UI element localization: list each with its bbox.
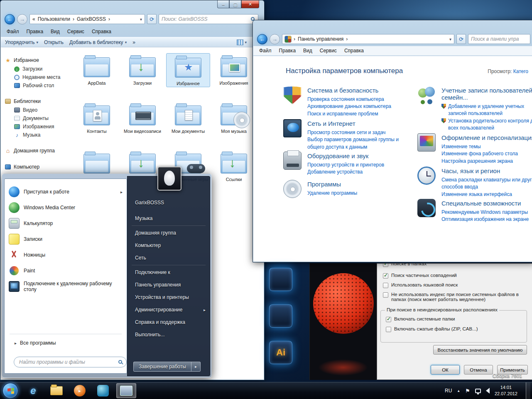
file-item-documents[interactable]: Мои документы [166,101,210,135]
sidebar-item-recent-places[interactable]: Недавние места [1,73,70,81]
option-include-compressed[interactable]: Включать сжатые файлы (ZIP, CAB...) [386,326,523,332]
clock-icon[interactable] [417,166,436,185]
file-item-contacts[interactable]: Контакты [75,101,119,135]
minimize-button[interactable]: – [217,0,229,8]
start-item-music[interactable]: Музыка [127,212,210,225]
back-button[interactable]: ← [5,14,15,24]
start-item-rdp[interactable]: Подключение к удаленному рабочему столу [5,279,127,294]
menu-edit[interactable]: Правка [27,29,44,34]
sidebar-item-downloads[interactable]: ↓ Загрузки [1,65,70,73]
shutdown-button[interactable]: Завершение работы [133,362,191,372]
category-link[interactable]: Изменение языка интерфейса [441,191,532,198]
display-icon[interactable] [417,133,436,152]
category-link[interactable]: Изменение темы [441,143,532,150]
file-item-folder[interactable] [75,149,119,174]
category-title[interactable]: Учетные записи пользователей и семейн... [441,87,532,101]
start-item-sticky-notes[interactable]: Записки [5,231,127,247]
taskbar-internet-explorer[interactable]: e [23,383,43,398]
all-programs-button[interactable]: ▸ Все программы [9,338,62,348]
breadcrumb-dropdown-icon[interactable]: ▾ [449,37,451,42]
category-link[interactable]: Удаление программы [307,190,412,197]
close-button[interactable]: ✕ [241,0,259,8]
breadcrumb-dropdown-icon[interactable]: ▾ [140,17,142,22]
back-button[interactable]: ← [257,34,267,44]
category-title[interactable]: Система и безопасность [307,87,412,94]
sidebar-item-pictures[interactable]: Изображения [1,122,70,131]
view-selector[interactable]: Просмотр: Катего [488,69,528,74]
restore-defaults-button[interactable]: Восстановить значения по умолчанию [433,345,527,355]
start-item-run[interactable]: Выполнить... [127,328,210,341]
action-center-flag-icon[interactable]: ⚑ [465,388,470,394]
change-view-button[interactable]: ▾ [237,39,247,45]
menu-help[interactable]: Справка [92,29,111,34]
menu-help[interactable]: Справка [344,48,364,54]
cp-search-input[interactable] [468,34,530,44]
start-item-media-center[interactable]: Windows Media Center [5,200,127,215]
start-item-network[interactable]: Сеть [127,252,210,264]
sidebar-computer[interactable]: Компьютер [1,162,70,171]
sidebar-item-video[interactable]: Видео [1,106,70,114]
category-title[interactable]: Оборудование и звук [307,152,412,159]
breadcrumb[interactable]: › Панель управления › ▾ [282,34,454,44]
category-link[interactable]: Смена раскладки клавиатуры или других сп… [441,176,532,191]
sidebar-libraries[interactable]: Библиотеки [1,97,70,106]
checkbox[interactable] [383,292,388,298]
breadcrumb-item-user[interactable]: GarixBOSSS [77,16,106,22]
file-item-appdata[interactable]: AppData [75,53,119,86]
category-link[interactable]: Установка родительского контроля для все… [441,117,532,132]
start-item-control-panel[interactable]: Панель управления [127,279,210,291]
menu-file[interactable]: Файл [259,48,272,54]
taskbar-explorer[interactable] [47,383,66,398]
users-icon[interactable] [417,86,436,104]
category-link[interactable]: Просмотр устройств и принтеров [307,162,412,169]
checkbox[interactable] [383,273,388,279]
start-item-connect-to[interactable]: Подключение к [127,266,210,279]
start-item-help-support[interactable]: Справка и поддержка [127,316,210,328]
category-title[interactable]: Программы [307,181,412,188]
option-include-system-folders[interactable]: Включать системные папки [386,316,523,322]
file-item-downloads[interactable]: ↓ Загрузки [120,53,164,86]
start-item-user-folder[interactable]: GarixBOSSS [135,200,164,206]
sidebar-favorites[interactable]: ★ Избранное [1,56,70,65]
menu-file[interactable]: Файл [7,29,19,34]
start-item-calculator[interactable]: Калькулятор [5,215,127,231]
show-desktop-button[interactable] [526,382,530,399]
category-title[interactable]: Часы, язык и регион [441,167,532,174]
checkbox[interactable] [383,283,388,288]
forward-button[interactable]: → [17,14,27,24]
checkbox[interactable] [386,327,391,332]
category-link[interactable]: Оптимизация изображения на экране [441,216,532,223]
category-title[interactable]: Специальные возможности [441,200,532,207]
start-item-homegroup[interactable]: Домашняя группа [127,227,210,239]
file-item-videos[interactable]: Мои видеозаписи [120,101,164,135]
option-partial-matches[interactable]: Поиск частичных совпадений [383,273,528,279]
maximize-button[interactable]: ▢ [229,0,241,8]
taskbar-active-window[interactable] [116,383,136,398]
start-item-computer[interactable]: Компьютер [127,239,210,252]
start-item-administration[interactable]: Администрирование ▸ [127,304,210,316]
user-avatar[interactable] [157,166,181,191]
category-link[interactable]: Изменение фона рабочего стола [441,150,532,157]
option-no-index[interactable]: Не использовать индекс при поиске систем… [383,292,528,302]
forward-button[interactable]: → [270,34,280,44]
hidden-icons-chevron-icon[interactable]: ▲ [457,389,460,393]
add-to-library-button[interactable]: Добавить в библиотеку▾ [69,39,127,45]
volume-icon[interactable] [486,388,490,394]
breadcrumb[interactable]: « Пользователи › GarixBOSSS › ▾ [29,14,145,24]
menu-view[interactable]: Вид [303,48,312,54]
category-link[interactable]: Рекомендуемые Windows параметры [441,209,532,216]
refresh-button[interactable]: ⟳ [456,34,466,44]
toolbar-overflow-button[interactable]: » [132,39,135,45]
category-link[interactable]: Добавление и удаление учетных записей по… [441,103,532,117]
category-link[interactable]: Настройка разрешения экрана [441,158,532,165]
cancel-button[interactable]: Отмена [464,365,493,375]
sidebar-item-documents[interactable]: Документы [1,114,70,122]
file-item-pictures[interactable]: Изображения [212,53,256,86]
breadcrumb-overflow-chevron[interactable]: « [32,16,35,22]
menu-view[interactable]: Вид [51,29,60,34]
breadcrumb-item-users[interactable]: Пользователи [38,16,70,22]
option-language-search[interactable]: Использовать языковой поиск [383,282,528,288]
category-link[interactable]: Просмотр состояния сети и задач [307,129,412,136]
category-title[interactable]: Сеть и Интернет [307,120,412,127]
refresh-button[interactable]: ⟳ [147,14,157,24]
